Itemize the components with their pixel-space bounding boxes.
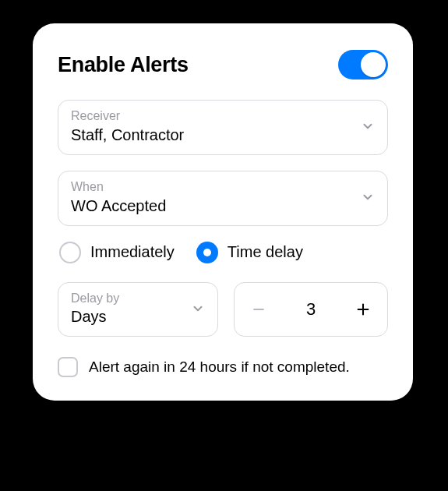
radio-immediately-label: Immediately: [90, 243, 175, 261]
alerts-card: Enable Alerts Receiver Staff, Contractor…: [33, 23, 413, 401]
when-select[interactable]: When WO Accepted: [58, 171, 388, 226]
card-title: Enable Alerts: [58, 53, 189, 77]
delay-amount-stepper: 3: [234, 282, 388, 337]
receiver-value: Staff, Contractor: [71, 125, 184, 145]
when-value: WO Accepted: [71, 196, 166, 216]
receiver-select[interactable]: Receiver Staff, Contractor: [58, 100, 388, 155]
radio-time-delay-label: Time delay: [228, 243, 303, 261]
chevron-down-icon: [361, 190, 375, 204]
radio-on-icon: [196, 242, 218, 263]
chevron-down-icon: [361, 119, 375, 133]
stepper-decrement[interactable]: [244, 285, 273, 334]
stepper-increment[interactable]: [348, 285, 378, 334]
when-label: When: [71, 179, 166, 196]
delay-by-select[interactable]: Delay by Days: [58, 282, 218, 337]
alert-again-checkbox[interactable]: [58, 357, 78, 377]
receiver-label: Receiver: [71, 108, 184, 125]
timing-radio-group: Immediately Time delay: [59, 242, 388, 263]
alert-again-label: Alert again in 24 hours if not completed…: [89, 359, 350, 376]
delay-by-label: Delay by: [71, 291, 119, 307]
stepper-value: 3: [306, 299, 316, 320]
toggle-knob: [361, 52, 386, 77]
delay-by-value: Days: [71, 306, 119, 327]
radio-immediately[interactable]: Immediately: [59, 242, 175, 263]
enable-alerts-toggle[interactable]: [338, 50, 388, 79]
radio-time-delay[interactable]: Time delay: [196, 242, 303, 263]
chevron-down-icon: [191, 302, 205, 316]
radio-off-icon: [59, 242, 81, 263]
